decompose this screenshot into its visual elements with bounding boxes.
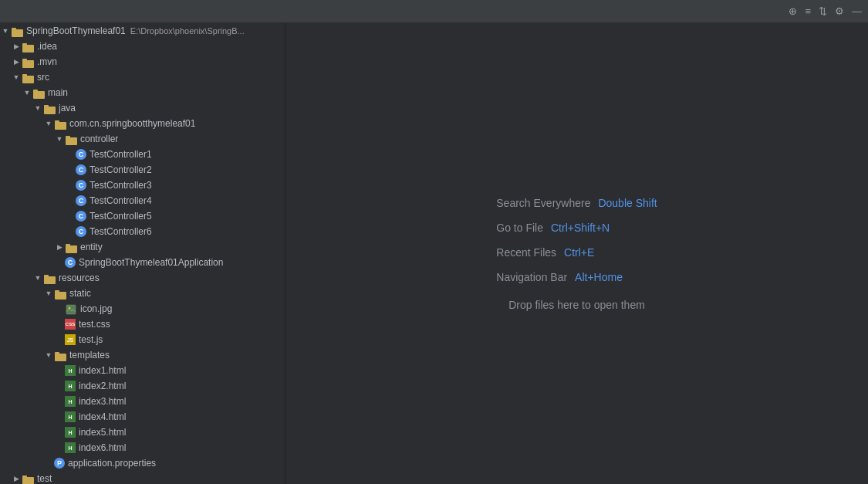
minimize-icon[interactable]: — (852, 5, 862, 17)
title-bar-icons: ⊕ ≡ ⇅ ⚙ — (789, 5, 862, 17)
tree-item-test[interactable]: ▶test (0, 471, 285, 484)
tree-arrow-java[interactable]: ▼ (32, 104, 43, 112)
tree-arrow-root[interactable]: ▼ (0, 27, 11, 35)
project-tree[interactable]: ▼SpringBootThymeleaf01E:\Dropbox\phoenix… (0, 23, 285, 484)
tree-arrow-entity[interactable]: ▶ (54, 243, 65, 251)
tree-item-h4[interactable]: Hindex4.html (0, 409, 285, 425)
class-icon-tc4: C (76, 195, 86, 206)
tree-item-static[interactable]: ▼static (0, 286, 285, 301)
tree-arrow-src[interactable]: ▼ (11, 73, 22, 81)
tree-arrow-controller[interactable]: ▼ (54, 135, 65, 143)
tree-item-css[interactable]: CSStest.css (0, 316, 285, 332)
tree-item-idea[interactable]: ▶.idea (0, 39, 285, 54)
tree-item-controller[interactable]: ▼controller (0, 131, 285, 147)
svg-rect-15 (66, 136, 70, 139)
svg-rect-21 (55, 290, 59, 293)
tree-label-controller: controller (80, 134, 118, 144)
layout-icon[interactable]: ⊕ (789, 5, 797, 17)
tree-item-java[interactable]: ▼java (0, 100, 285, 116)
html-icon-h6: H (65, 442, 76, 453)
tree-item-tc1[interactable]: CTestController1 (0, 147, 285, 162)
tree-item-com[interactable]: ▼com.cn.springbootthymeleaf01 (0, 116, 285, 131)
shortcut-row: Recent FilesCtrl+E (496, 246, 594, 259)
svg-rect-9 (33, 90, 38, 93)
tree-item-tc3[interactable]: CTestController3 (0, 178, 285, 193)
class-icon-tc6: C (76, 226, 86, 237)
tree-item-resources[interactable]: ▼resources (0, 270, 285, 286)
tree-item-appprops[interactable]: Papplication.properties (0, 455, 285, 471)
tree-item-templates[interactable]: ▼templates (0, 347, 285, 363)
html-icon-h3: H (65, 396, 76, 407)
tree-arrow-main[interactable]: ▼ (22, 89, 32, 96)
svg-rect-3 (22, 43, 27, 46)
svg-rect-17 (66, 244, 70, 247)
drop-files-label: Drop files here to open them (508, 299, 645, 311)
tree-item-h6[interactable]: Hindex6.html (0, 440, 285, 455)
svg-rect-11 (44, 105, 49, 108)
tree-label-h6: index6.html (79, 442, 126, 453)
tree-label-css: test.css (79, 319, 110, 330)
svg-rect-19 (44, 275, 49, 278)
tree-arrow-mvn[interactable]: ▶ (11, 58, 22, 66)
class-icon-tc3: C (76, 180, 86, 191)
tree-item-js[interactable]: JStest.js (0, 332, 285, 347)
tree-label-h3: index3.html (79, 396, 126, 407)
tree-item-h3[interactable]: Hindex3.html (0, 394, 285, 409)
tree-label-test: test (37, 473, 52, 484)
folder-icon-java (43, 102, 56, 114)
tree-item-h2[interactable]: Hindex2.html (0, 378, 285, 394)
tree-label-h4: index4.html (79, 411, 126, 422)
list-icon[interactable]: ≡ (805, 5, 811, 17)
folder-icon-resources (43, 272, 56, 284)
html-icon-h4: H (65, 411, 76, 422)
tree-arrow-idea[interactable]: ▶ (11, 42, 22, 50)
folder-icon-main (32, 86, 45, 99)
html-icon-h1: H (65, 365, 76, 376)
tree-label-tc6: TestController6 (90, 226, 152, 237)
tree-item-tc4[interactable]: CTestController4 (0, 193, 285, 208)
tree-label-icon: icon.jpg (80, 303, 112, 314)
tree-item-h1[interactable]: Hindex1.html (0, 363, 285, 378)
tree-label-main: main (48, 87, 68, 98)
shortcut-key: Ctrl+Shift+N (551, 222, 610, 234)
settings-icon[interactable]: ⚙ (835, 5, 844, 17)
tree-label-static: static (69, 288, 91, 299)
tree-item-main[interactable]: ▼main (0, 85, 285, 100)
shortcut-label: Search Everywhere (496, 197, 590, 209)
tree-label-h1: index1.html (79, 365, 126, 376)
tree-item-src[interactable]: ▼src (0, 69, 285, 85)
main-layout: ▼SpringBootThymeleaf01E:\Dropbox\phoenix… (0, 23, 868, 484)
shortcut-row: Go to FileCtrl+Shift+N (496, 222, 610, 234)
tree-label-resources: resources (59, 272, 100, 283)
shortcut-label: Navigation Bar (496, 271, 567, 283)
shortcut-label: Go to File (496, 222, 543, 234)
tree-item-h5[interactable]: Hindex5.html (0, 425, 285, 440)
tree-arrow-static[interactable]: ▼ (43, 289, 54, 297)
tree-arrow-templates[interactable]: ▼ (43, 351, 54, 359)
svg-rect-22 (66, 305, 76, 314)
tree-item-icon[interactable]: icon.jpg (0, 301, 285, 316)
svg-rect-13 (55, 120, 59, 124)
folder-icon-templates (54, 349, 66, 361)
class-icon-tc2: C (76, 164, 86, 175)
sort-icon[interactable]: ⇅ (819, 5, 827, 17)
folder-icon-entity (65, 241, 77, 253)
tree-arrow-com[interactable]: ▼ (43, 120, 54, 127)
tree-label-root: SpringBootThymeleaf01 (26, 25, 126, 36)
tree-item-tc2[interactable]: CTestController2 (0, 162, 285, 178)
js-icon-js: JS (65, 334, 76, 345)
tree-item-mvn[interactable]: ▶.mvn (0, 54, 285, 69)
tree-item-entity[interactable]: ▶entity (0, 239, 285, 255)
tree-item-root[interactable]: ▼SpringBootThymeleaf01E:\Dropbox\phoenix… (0, 23, 285, 39)
tree-label-java: java (59, 103, 76, 113)
tree-path-root: E:\Dropbox\phoenix\SpringB... (130, 26, 245, 36)
props-icon-appprops: P (54, 458, 65, 469)
tree-item-app[interactable]: CSpringBootThymeleaf01Application (0, 255, 285, 270)
tree-item-tc6[interactable]: CTestController6 (0, 224, 285, 239)
tree-label-com: com.cn.springbootthymeleaf01 (69, 118, 195, 129)
tree-item-tc5[interactable]: CTestController5 (0, 208, 285, 224)
tree-arrow-test[interactable]: ▶ (11, 475, 22, 482)
tree-arrow-resources[interactable]: ▼ (32, 274, 43, 282)
shortcut-row: Search EverywhereDouble Shift (496, 197, 657, 209)
folder-icon-idea (22, 40, 34, 52)
